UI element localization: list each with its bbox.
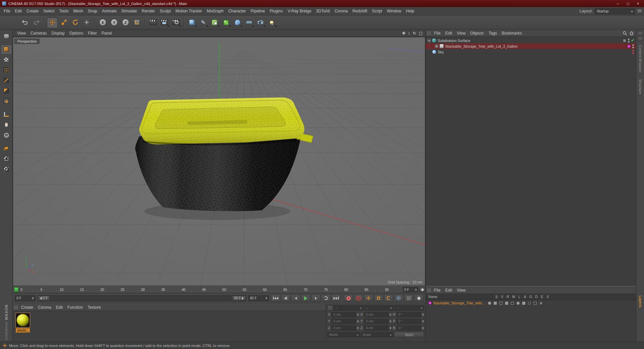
layer-column-letter[interactable]: S	[494, 295, 499, 299]
panel-grip-icon[interactable]	[328, 306, 332, 310]
key-pla-button[interactable]	[404, 295, 413, 302]
range-start-stepper[interactable]	[32, 297, 34, 299]
position-mode-dropdown[interactable]: --	[334, 305, 363, 310]
rotate-view-icon[interactable]: ↻	[413, 31, 416, 35]
size-y-stepper[interactable]	[389, 320, 391, 322]
frame-range-slider[interactable]: 0 F 90 F	[38, 295, 246, 301]
position-x-field[interactable]: 0 cm	[332, 312, 356, 317]
search-icon[interactable]	[623, 31, 627, 36]
zoom-icon[interactable]: ↕	[408, 31, 410, 35]
tab-content-browser[interactable]: Content Browser	[638, 42, 642, 76]
layer-column-letter[interactable]: V	[499, 295, 505, 299]
material-menu-item[interactable]: Create	[19, 305, 36, 310]
add-subdivision-surface-button[interactable]	[209, 17, 220, 28]
viewport-menu-item[interactable]: Cameras	[28, 31, 49, 36]
menu-item[interactable]: Create	[24, 7, 41, 15]
object-manager-menu-item[interactable]: Bookmarks	[499, 31, 524, 36]
menu-item[interactable]: Edit	[12, 7, 24, 15]
viewport-label[interactable]: Perspective	[14, 39, 40, 44]
timeline-ruler[interactable]: 051015202530354045505560657075808590 0 F	[13, 286, 425, 293]
redo-button[interactable]	[31, 17, 42, 28]
size-y-field[interactable]: 0 cm	[364, 319, 388, 324]
range-end-field[interactable]: 90 F	[248, 295, 269, 301]
rotation-mode-dropdown[interactable]: --	[394, 305, 424, 310]
layer-column-letter[interactable]: D	[534, 295, 539, 299]
layout-icon[interactable]	[637, 9, 642, 13]
undo-button[interactable]	[19, 17, 30, 28]
rotation-p-field[interactable]: 0 °	[397, 319, 421, 324]
layer-chip[interactable]	[623, 39, 626, 42]
coin-button[interactable]	[1, 130, 12, 140]
menu-item[interactable]: Sculpt	[157, 7, 173, 15]
loop-button[interactable]	[321, 295, 330, 302]
current-frame-field[interactable]: 0 F	[403, 287, 418, 292]
object-name[interactable]: Stackable_Storage_Tote_with_Lid_3_Gallon	[445, 44, 518, 48]
keyframe-marker-button[interactable]	[419, 287, 425, 292]
render-settings-button[interactable]	[170, 17, 181, 28]
layout-dropdown[interactable]: Startup	[595, 8, 635, 14]
edges-mode-button[interactable]	[1, 76, 12, 85]
layer-xref-toggle[interactable]	[538, 302, 544, 305]
add-environment-button[interactable]	[244, 17, 254, 28]
maximize-icon[interactable]: ▢	[419, 31, 423, 35]
layer-manager-menu-item[interactable]: View	[454, 288, 468, 293]
range-end-stepper[interactable]	[265, 297, 267, 299]
panel-dock-icon[interactable]	[638, 37, 643, 41]
layer-column-letter[interactable]: M	[511, 295, 517, 299]
menu-item[interactable]: Render	[140, 7, 157, 15]
visibility-dots[interactable]	[632, 50, 634, 54]
material-menu-item[interactable]: Edit	[53, 305, 65, 310]
viewport-menu-item[interactable]: Options	[67, 31, 86, 36]
panel-dock-icon[interactable]	[638, 31, 643, 36]
polygons-mode-button[interactable]	[1, 86, 12, 96]
expand-icon[interactable]	[435, 45, 438, 48]
position-x-stepper[interactable]	[357, 313, 359, 316]
tab-layers[interactable]: Layers	[638, 292, 642, 311]
z-axis-lock-button[interactable]: Z	[120, 17, 131, 28]
viewport-menu-item[interactable]: View	[15, 31, 28, 36]
transform-mode-dropdown[interactable]: Scale	[361, 332, 393, 337]
object-axis-button[interactable]	[1, 96, 12, 106]
add-spline-button[interactable]: ✎	[198, 17, 209, 28]
layer-name[interactable]: Stackable_Storage_Tote_with_Lid_3_Gallon	[433, 301, 487, 305]
layer-column-letter[interactable]: X	[545, 295, 551, 299]
visibility-dots[interactable]	[632, 44, 634, 48]
add-light-button[interactable]	[266, 17, 277, 28]
play-button[interactable]	[301, 295, 310, 302]
menu-item[interactable]: Mesh	[71, 7, 85, 15]
panel-grip-icon[interactable]	[14, 305, 18, 309]
record-keyframe-button[interactable]	[344, 295, 353, 302]
layer-render-toggle[interactable]	[498, 302, 504, 305]
material-thumbnail[interactable]	[15, 313, 30, 328]
previous-key-button[interactable]	[281, 295, 290, 302]
paint-bucket-button[interactable]	[1, 143, 12, 153]
viewport-menu-item[interactable]: Display	[49, 31, 67, 36]
layer-column-letter[interactable]: G	[528, 295, 534, 299]
object-row-sky[interactable]: Sky	[426, 49, 636, 55]
layer-column-letter[interactable]: E	[539, 295, 545, 299]
coordinate-system-button[interactable]	[131, 17, 142, 28]
menu-item[interactable]: Snap	[86, 7, 100, 15]
object-manager-menu-item[interactable]: Edit	[443, 31, 454, 36]
layer-lock-toggle[interactable]	[509, 302, 515, 305]
apply-button[interactable]: Apply	[394, 332, 424, 337]
lock-workplane-button[interactable]	[1, 154, 12, 163]
mouse-input-button[interactable]	[1, 120, 12, 130]
object-row-tote[interactable]: Stackable_Storage_Tote_with_Lid_3_Gallon	[426, 43, 636, 49]
layer-deformers-toggle[interactable]	[527, 302, 532, 305]
range-start-field[interactable]: 0 F	[15, 295, 36, 301]
menu-item[interactable]: Character	[226, 7, 249, 15]
scale-tool-button[interactable]	[58, 17, 69, 28]
menu-item[interactable]: Help	[404, 7, 417, 15]
position-y-field[interactable]: 0 cm	[332, 319, 356, 324]
current-frame-marker[interactable]	[14, 287, 18, 292]
add-primitive-button[interactable]	[186, 17, 197, 28]
rotation-b-stepper[interactable]	[422, 327, 424, 329]
goto-start-button[interactable]	[271, 295, 280, 302]
y-axis-lock-button[interactable]: Y	[109, 17, 119, 28]
size-x-field[interactable]: 0 cm	[364, 312, 388, 317]
menu-item[interactable]: File	[1, 7, 12, 15]
material-name[interactable]: plastic_	[16, 328, 30, 333]
minimize-button[interactable]: –	[613, 1, 623, 6]
material-item[interactable]: plastic_	[15, 313, 30, 333]
